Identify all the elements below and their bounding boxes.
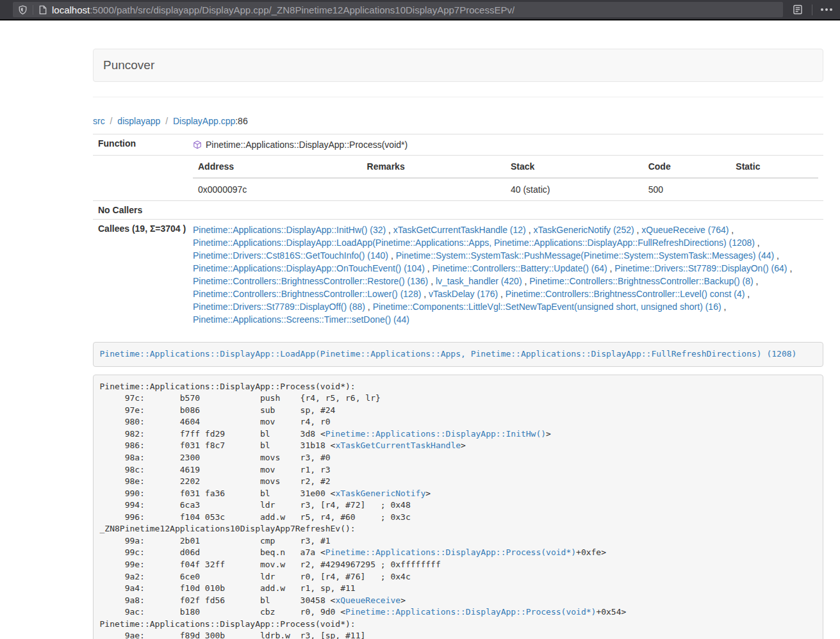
callee-link[interactable]: Pinetime::Controllers::BrightnessControl… xyxy=(193,289,421,299)
url-host: localhost xyxy=(52,4,90,15)
no-callers-cell xyxy=(188,201,823,220)
callee-link[interactable]: Pinetime::Components::LittleVgl::SetNewT… xyxy=(373,302,721,312)
callees-list: Pinetime::Applications::DisplayApp::Init… xyxy=(188,220,823,330)
breadcrumb-link-src[interactable]: src xyxy=(93,116,105,126)
callee-link[interactable]: Pinetime::Applications::DisplayApp::Load… xyxy=(193,238,755,248)
callee-link[interactable]: Pinetime::Applications::DisplayApp::OnTo… xyxy=(193,263,425,273)
metrics-row-label xyxy=(93,156,188,201)
divider-rule xyxy=(93,97,823,97)
stack-value: 40 (static) xyxy=(506,178,643,200)
disasm-symbol-link[interactable]: Pinetime::Applications::DisplayApp::Proc… xyxy=(345,607,596,617)
function-label: Function xyxy=(93,134,188,156)
dot-icon xyxy=(821,8,823,11)
browser-chrome: localhost:5000/path/src/displayapp/Displ… xyxy=(0,0,840,20)
brand-link[interactable]: Puncover xyxy=(103,58,154,72)
symbol-table: Function Pinetime::Applications::Display… xyxy=(93,134,823,330)
url-path: :5000/path/src/displayapp/DisplayApp.cpp… xyxy=(90,4,515,15)
code-value: 500 xyxy=(643,178,731,200)
no-callers-row: No Callers xyxy=(93,201,823,220)
callee-link[interactable]: xTaskGenericNotify (252) xyxy=(533,225,634,235)
reader-mode-icon[interactable] xyxy=(789,1,806,18)
navbar: Puncover xyxy=(93,49,823,82)
page-container: Puncover src / displayapp / DisplayApp.c… xyxy=(93,49,823,639)
function-name: Pinetime::Applications::DisplayApp::Proc… xyxy=(206,140,408,150)
url-text: localhost:5000/path/src/displayapp/Displ… xyxy=(52,4,515,15)
function-row: Function Pinetime::Applications::Display… xyxy=(93,134,823,156)
callee-link[interactable]: Pinetime::Controllers::BrightnessControl… xyxy=(506,289,745,299)
disasm-symbol-link[interactable]: xQueueReceive xyxy=(335,595,400,605)
callee-link[interactable]: Pinetime::System::SystemTask::PushMessag… xyxy=(396,250,775,261)
callee-link[interactable]: xQueueReceive (764) xyxy=(641,225,729,235)
breadcrumb-separator: / xyxy=(108,116,115,126)
loadapp-snippet-box: Pinetime::Applications::DisplayApp::Load… xyxy=(93,342,823,367)
urlbar-divider xyxy=(33,5,33,15)
callees-label: Callees (19, Σ=3704 ) xyxy=(93,220,188,330)
shield-icon[interactable] xyxy=(18,5,28,15)
toolbar-divider xyxy=(812,4,812,15)
callee-link[interactable]: Pinetime::Controllers::Battery::Update()… xyxy=(432,263,607,273)
dot-icon xyxy=(830,8,832,11)
disasm-symbol-link[interactable]: Pinetime::Applications::DisplayApp::Proc… xyxy=(325,547,576,557)
callee-link[interactable]: Pinetime::Applications::Screens::Timer::… xyxy=(193,314,409,325)
static-value xyxy=(730,178,818,200)
breadcrumb-separator: / xyxy=(163,116,170,126)
callee-link[interactable]: xTaskGetCurrentTaskHandle (12) xyxy=(393,225,526,235)
column-header-address: Address xyxy=(193,156,362,178)
remarks-value xyxy=(362,178,506,200)
callees-row: Callees (19, Σ=3704 ) Pinetime::Applicat… xyxy=(93,220,823,330)
symbol-cube-icon xyxy=(193,140,202,149)
callee-link[interactable]: Pinetime::Controllers::BrightnessControl… xyxy=(193,276,428,286)
column-header-stack: Stack xyxy=(506,156,643,178)
column-header-remarks: Remarks xyxy=(362,156,506,178)
disasm-symbol-link[interactable]: xTaskGenericNotify xyxy=(335,489,425,498)
url-bar[interactable]: localhost:5000/path/src/displayapp/Displ… xyxy=(13,2,783,17)
callee-link[interactable]: Pinetime::Drivers::St7789::DisplayOn() (… xyxy=(614,263,787,273)
disasm-symbol-link[interactable]: xTaskGetCurrentTaskHandle xyxy=(335,441,461,450)
callee-link[interactable]: Pinetime::Applications::DisplayApp::Init… xyxy=(193,225,386,235)
breadcrumb: src / displayapp / DisplayApp.cpp:86 xyxy=(93,115,823,127)
breadcrumb-link-file[interactable]: DisplayApp.cpp xyxy=(173,116,235,126)
function-name-cell: Pinetime::Applications::DisplayApp::Proc… xyxy=(188,134,823,156)
metrics-table: Address Remarks Stack Code Static 0x0000… xyxy=(193,156,818,200)
dot-icon xyxy=(825,8,828,11)
loadapp-link[interactable]: Pinetime::Applications::DisplayApp::Load… xyxy=(100,349,797,359)
page-icon[interactable] xyxy=(38,5,47,15)
callee-link[interactable]: Pinetime::Drivers::Cst816S::GetTouchInfo… xyxy=(193,250,388,261)
disassembly-pre: Pinetime::Applications::DisplayApp::Proc… xyxy=(93,375,823,639)
metrics-cell: Address Remarks Stack Code Static 0x0000… xyxy=(188,156,823,201)
metrics-row: Address Remarks Stack Code Static 0x0000… xyxy=(93,156,823,201)
disasm-symbol-link[interactable]: Pinetime::Applications::DisplayApp::Init… xyxy=(325,429,546,439)
no-callers-label: No Callers xyxy=(93,201,188,220)
address-value: 0x0000097c xyxy=(193,178,362,200)
column-header-static: Static xyxy=(730,156,818,178)
breadcrumb-link-displayapp[interactable]: displayapp xyxy=(117,116,160,126)
overflow-menu-button[interactable] xyxy=(818,1,835,18)
column-header-code: Code xyxy=(643,156,731,178)
table-row: 0x0000097c 40 (static) 500 xyxy=(193,178,818,200)
callee-link[interactable]: Pinetime::Controllers::BrightnessControl… xyxy=(529,276,753,286)
callee-link[interactable]: lv_task_handler (420) xyxy=(436,276,522,286)
callee-link[interactable]: vTaskDelay (176) xyxy=(429,289,498,299)
breadcrumb-line-number: :86 xyxy=(235,116,247,126)
callee-link[interactable]: Pinetime::Drivers::St7789::DisplayOff() … xyxy=(193,302,365,312)
